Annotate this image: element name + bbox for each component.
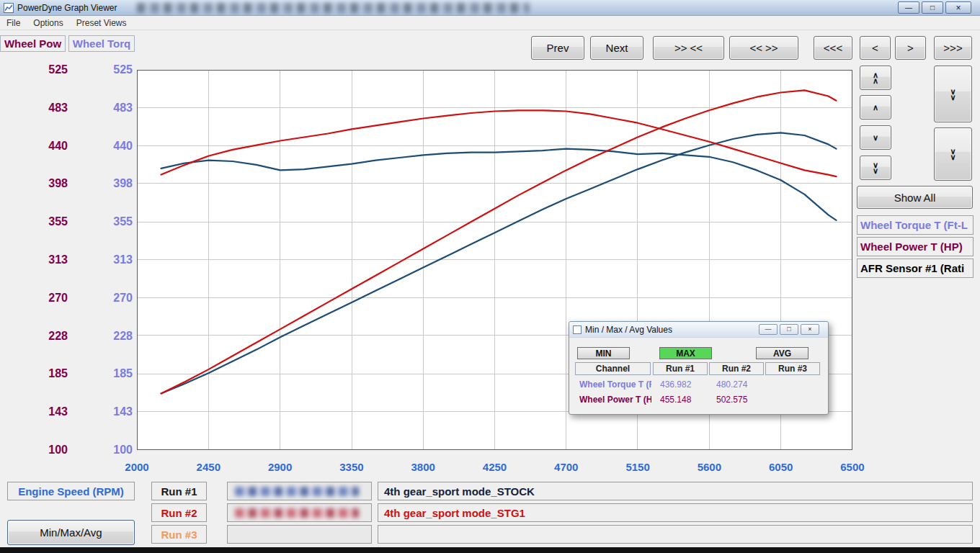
tick-label: 228 bbox=[20, 328, 68, 344]
minmax-window-icon bbox=[573, 325, 582, 334]
pan-right-button[interactable]: > bbox=[895, 36, 926, 60]
run3-file-field[interactable] bbox=[227, 525, 372, 544]
double-chevron-down-icon: ∨∨ bbox=[950, 148, 956, 160]
scale-down-fast-button[interactable]: ∨∨ bbox=[860, 156, 891, 180]
tick-label: 5150 bbox=[620, 461, 656, 474]
minimize-icon: — bbox=[905, 4, 912, 12]
table-cell-value bbox=[772, 378, 820, 390]
column-header-run2: Run #2 bbox=[709, 362, 764, 375]
pan-left-button[interactable]: < bbox=[860, 36, 891, 60]
tick-label: 228 bbox=[91, 328, 133, 344]
tick-label: 313 bbox=[20, 252, 68, 268]
tick-label: 143 bbox=[20, 404, 68, 420]
engine-speed-label: Engine Speed (RPM) bbox=[7, 482, 135, 500]
menu-bar: File Options Preset Views bbox=[0, 16, 980, 30]
pan-far-left-button[interactable]: <<< bbox=[814, 36, 852, 60]
tick-label: 3350 bbox=[334, 461, 370, 474]
minimize-icon: — bbox=[765, 326, 772, 333]
tick-label: 5600 bbox=[691, 461, 727, 474]
avg-button[interactable]: AVG bbox=[756, 347, 808, 359]
minmax-avg-button[interactable]: Min/Max/Avg bbox=[7, 520, 135, 545]
scale-up-fast-button[interactable]: ∧∧ bbox=[860, 66, 891, 90]
axis-header-wheel-torque[interactable]: Wheel Torq bbox=[68, 35, 135, 52]
tick-label: 398 bbox=[20, 176, 68, 192]
close-icon: × bbox=[956, 4, 961, 12]
title-bar[interactable]: PowerDyne Graph Viewer — □ × bbox=[0, 0, 980, 16]
menu-file[interactable]: File bbox=[0, 16, 27, 30]
menu-preset-views[interactable]: Preset Views bbox=[70, 16, 133, 30]
window-title: PowerDyne Graph Viewer bbox=[17, 3, 117, 13]
show-all-button[interactable]: Show All bbox=[857, 186, 973, 209]
minmax-window-titlebar[interactable]: Min / Max / Avg Values — □ × bbox=[569, 322, 828, 338]
max-button[interactable]: MAX bbox=[659, 347, 712, 359]
run3-description-field[interactable] bbox=[378, 525, 973, 544]
double-chevron-down-icon: ∨∨ bbox=[873, 162, 878, 174]
redacted-run2-filename bbox=[235, 508, 359, 518]
next-button[interactable]: Next bbox=[590, 36, 643, 60]
run1-file-field[interactable] bbox=[227, 482, 372, 500]
minmax-window: Min / Max / Avg Values — □ × MIN MAX AVG… bbox=[569, 321, 829, 415]
close-button[interactable]: × bbox=[945, 1, 971, 14]
chevron-up-icon: ∧ bbox=[873, 104, 878, 110]
table-cell-channel: Wheel Torque T (Ft bbox=[579, 378, 651, 390]
compress-y-button[interactable]: ∨∨ bbox=[934, 127, 972, 181]
minmax-minimize-button[interactable]: — bbox=[759, 324, 778, 335]
tick-label: 483 bbox=[91, 100, 133, 116]
legend-wheel-torque[interactable]: Wheel Torque T (Ft-L bbox=[857, 215, 974, 235]
tick-label: 355 bbox=[91, 214, 133, 230]
zoom-in-button[interactable]: >> << bbox=[653, 36, 724, 60]
minmax-window-title: Min / Max / Avg Values bbox=[585, 325, 672, 335]
table-cell-value: 480.274 bbox=[716, 378, 767, 390]
tick-label: 2000 bbox=[119, 461, 155, 474]
legend-wheel-power[interactable]: Wheel Power T (HP) bbox=[857, 237, 974, 256]
redacted-run1-filename bbox=[235, 487, 359, 496]
maximize-icon: □ bbox=[930, 4, 935, 12]
minmax-close-button[interactable]: × bbox=[801, 324, 819, 335]
menu-options[interactable]: Options bbox=[27, 16, 69, 30]
minimize-button[interactable]: — bbox=[898, 1, 919, 14]
tick-label: 270 bbox=[20, 290, 68, 306]
run1-label[interactable]: Run #1 bbox=[151, 482, 207, 500]
tick-label: 2900 bbox=[262, 461, 298, 474]
tick-label: 4250 bbox=[476, 461, 512, 474]
tick-label: 143 bbox=[91, 404, 133, 420]
double-chevron-up-icon: ∧∧ bbox=[873, 72, 878, 84]
tick-label: 525 bbox=[20, 62, 68, 78]
run3-label[interactable]: Run #3 bbox=[151, 525, 207, 544]
prev-button[interactable]: Prev bbox=[531, 36, 584, 60]
x-axis-ticks: 2000245029003350380042504700515056006050… bbox=[119, 461, 870, 474]
legend-afr-sensor[interactable]: AFR Sensor #1 (Rati bbox=[857, 258, 974, 278]
y-axis-power-ticks: 525483440398355313270228185143100 bbox=[20, 62, 68, 458]
run2-description-field[interactable]: 4th gear_sport mode_STG1 bbox=[378, 503, 973, 522]
pan-far-right-button[interactable]: >>> bbox=[934, 36, 972, 60]
table-cell-value bbox=[772, 393, 820, 405]
y-axis-torque-ticks: 525483440398355313270228185143100 bbox=[91, 62, 133, 458]
column-header-run1: Run #1 bbox=[653, 362, 708, 375]
redacted-title-text bbox=[137, 3, 530, 13]
series-line-0 bbox=[161, 149, 837, 220]
tick-label: 6050 bbox=[763, 461, 799, 474]
maximize-button[interactable]: □ bbox=[922, 1, 943, 14]
minmax-maximize-button[interactable]: □ bbox=[780, 324, 798, 335]
table-cell-value: 436.982 bbox=[660, 378, 710, 390]
tick-label: 100 bbox=[91, 442, 133, 458]
min-button[interactable]: MIN bbox=[577, 347, 630, 359]
scale-down-button[interactable]: ∨ bbox=[860, 125, 891, 150]
axis-header-wheel-power[interactable]: Wheel Pow bbox=[0, 35, 66, 52]
tick-label: 313 bbox=[91, 252, 133, 268]
bottom-edge-strip bbox=[0, 547, 980, 553]
tick-label: 270 bbox=[91, 290, 133, 306]
maximize-icon: □ bbox=[787, 326, 790, 333]
expand-y-button[interactable]: ∨∨ bbox=[934, 66, 972, 122]
run1-description-field[interactable]: 4th gear_sport mode_STOCK bbox=[378, 482, 973, 500]
tick-label: 483 bbox=[20, 100, 68, 116]
run2-label[interactable]: Run #2 bbox=[151, 503, 207, 522]
zoom-out-button[interactable]: << >> bbox=[729, 36, 798, 60]
run2-file-field[interactable] bbox=[227, 503, 372, 522]
close-icon: × bbox=[808, 326, 811, 333]
tick-label: 355 bbox=[20, 214, 68, 230]
scale-up-button[interactable]: ∧ bbox=[860, 95, 891, 120]
tick-label: 185 bbox=[91, 366, 133, 382]
table-cell-value: 502.575 bbox=[716, 393, 767, 405]
double-chevron-down-icon: ∨∨ bbox=[950, 89, 956, 100]
